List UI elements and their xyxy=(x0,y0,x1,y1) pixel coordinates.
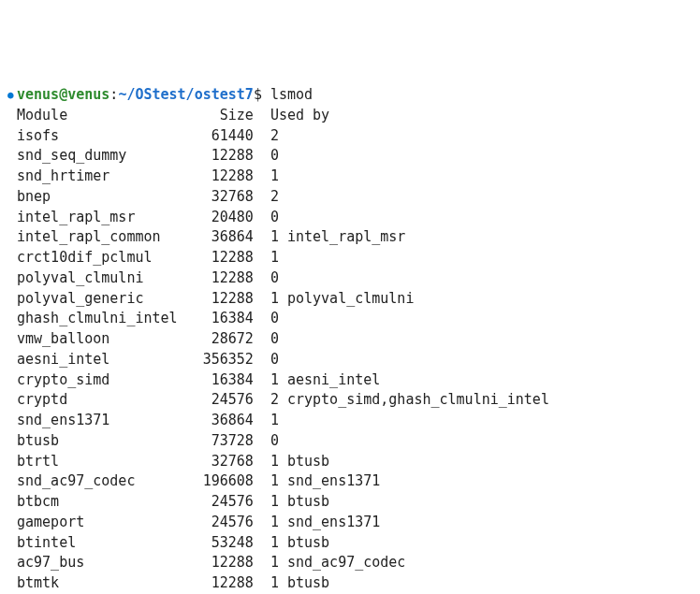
module-used: 1 xyxy=(270,167,279,187)
bullet-indicator: ● xyxy=(7,88,17,103)
module-used: 1 intel_rapl_msr xyxy=(270,227,406,248)
header-size: Size xyxy=(195,106,254,126)
module-name: ac97_bus xyxy=(17,553,195,573)
module-size: 73728 xyxy=(195,431,254,452)
module-name: polyval_generic xyxy=(17,289,195,310)
module-used: 0 xyxy=(270,268,279,289)
module-size: 36864 xyxy=(195,227,254,248)
table-row: bnep32768 2 xyxy=(7,187,693,208)
prompt-line[interactable]: ●venus@venus:~/OStest/ostest7$ lsmod xyxy=(7,85,693,106)
module-name: btrtl xyxy=(17,452,195,472)
module-size: 12288 xyxy=(195,167,254,187)
module-used: 2 xyxy=(270,187,279,208)
module-size: 12288 xyxy=(195,573,254,594)
table-row: ghash_clmulni_intel16384 0 xyxy=(7,309,693,329)
module-name: vmw_balloon xyxy=(17,329,195,350)
module-name: btintel xyxy=(17,533,195,554)
module-used: 1 snd_ens1371 xyxy=(270,513,380,533)
module-name: snd_seq_dummy xyxy=(17,146,195,167)
table-row: snd_hrtimer12288 1 xyxy=(7,167,693,187)
table-row: crypto_simd16384 1 aesni_intel xyxy=(7,370,693,391)
table-row: vmw_balloon28672 0 xyxy=(7,329,693,350)
module-name: gameport xyxy=(17,513,195,533)
module-name: bnep xyxy=(17,187,195,208)
module-name: aesni_intel xyxy=(17,350,195,370)
module-name: snd_hrtimer xyxy=(17,167,195,187)
prompt-user: venus@venus xyxy=(17,86,109,103)
module-name: isofs xyxy=(17,126,195,147)
module-size: 12288 xyxy=(195,146,254,167)
module-used: 0 xyxy=(270,431,279,452)
module-used: 0 xyxy=(270,208,279,228)
module-name: polyval_clmulni xyxy=(17,268,195,289)
module-name: snd_ens1371 xyxy=(17,411,195,431)
module-size: 24576 xyxy=(195,513,254,533)
module-used: 1 polyval_clmulni xyxy=(270,289,415,310)
module-size: 196608 xyxy=(195,471,254,492)
table-row: intel_rapl_msr20480 0 xyxy=(7,208,693,228)
module-size: 12288 xyxy=(195,248,254,268)
prompt-dollar: $ xyxy=(254,86,262,103)
module-used: 0 xyxy=(270,329,279,350)
module-used: 1 btusb xyxy=(270,492,329,513)
module-size: 32768 xyxy=(195,187,254,208)
module-size: 12288 xyxy=(195,268,254,289)
table-row: polyval_clmulni12288 0 xyxy=(7,268,693,289)
module-used: 0 xyxy=(270,350,279,370)
prompt-path: ~/OStest/ostest7 xyxy=(118,86,254,103)
module-size: 36864 xyxy=(195,411,254,431)
table-row: snd_ac97_codec196608 1 snd_ens1371 xyxy=(7,471,693,492)
module-name: snd_ac97_codec xyxy=(17,471,195,492)
module-used: 0 xyxy=(270,309,279,329)
module-size: 24576 xyxy=(195,390,254,411)
module-size: 12288 xyxy=(195,553,254,573)
table-row: btrtl32768 1 btusb xyxy=(7,452,693,472)
module-used: 1 btusb xyxy=(270,573,329,594)
module-name: crypto_simd xyxy=(17,370,195,391)
module-used: 1 btusb xyxy=(270,533,329,554)
table-row: snd_seq_dummy12288 0 xyxy=(7,146,693,167)
module-name: btbcm xyxy=(17,492,195,513)
module-size: 356352 xyxy=(195,350,254,370)
table-row: btintel53248 1 btusb xyxy=(7,533,693,554)
module-used: 0 xyxy=(270,146,279,167)
module-size: 16384 xyxy=(195,309,254,329)
module-name: btmtk xyxy=(17,573,195,594)
module-used: 1 snd_ens1371 xyxy=(270,471,380,492)
module-used: 2 xyxy=(270,126,279,147)
table-row: btusb73728 0 xyxy=(7,431,693,452)
module-name: cryptd xyxy=(17,390,195,411)
table-row: cryptd24576 2 crypto_simd,ghash_clmulni_… xyxy=(7,390,693,411)
table-row: intel_rapl_common36864 1 intel_rapl_msr xyxy=(7,227,693,248)
header-line: ModuleSize Used by xyxy=(7,106,693,126)
module-size: 28672 xyxy=(195,329,254,350)
module-size: 53248 xyxy=(195,533,254,554)
module-used: 1 btusb xyxy=(270,452,329,472)
header-module: Module xyxy=(17,106,195,126)
module-name: ghash_clmulni_intel xyxy=(17,309,195,329)
module-name: crct10dif_pclmul xyxy=(17,248,195,268)
module-name: intel_rapl_msr xyxy=(17,208,195,228)
module-name: intel_rapl_common xyxy=(17,227,195,248)
table-row: isofs61440 2 xyxy=(7,126,693,147)
table-row: snd_ens137136864 1 xyxy=(7,411,693,431)
module-used: 2 crypto_simd,ghash_clmulni_intel xyxy=(270,390,549,411)
module-used: 1 xyxy=(270,248,279,268)
table-row: ac97_bus12288 1 snd_ac97_codec xyxy=(7,553,693,573)
module-used: 1 snd_ac97_codec xyxy=(270,553,406,573)
module-size: 61440 xyxy=(195,126,254,147)
table-row: btmtk12288 1 btusb xyxy=(7,573,693,594)
module-size: 32768 xyxy=(195,452,254,472)
module-size: 24576 xyxy=(195,492,254,513)
module-used: 1 aesni_intel xyxy=(270,370,380,391)
module-name: btusb xyxy=(17,431,195,452)
table-row: gameport24576 1 snd_ens1371 xyxy=(7,513,693,533)
table-row: polyval_generic12288 1 polyval_clmulni xyxy=(7,289,693,310)
table-row: aesni_intel356352 0 xyxy=(7,350,693,370)
module-size: 12288 xyxy=(195,289,254,310)
command-input: lsmod xyxy=(270,86,313,103)
module-used: 1 xyxy=(270,411,279,431)
header-used-by: Used by xyxy=(270,106,329,126)
module-size: 20480 xyxy=(195,208,254,228)
module-size: 16384 xyxy=(195,370,254,391)
